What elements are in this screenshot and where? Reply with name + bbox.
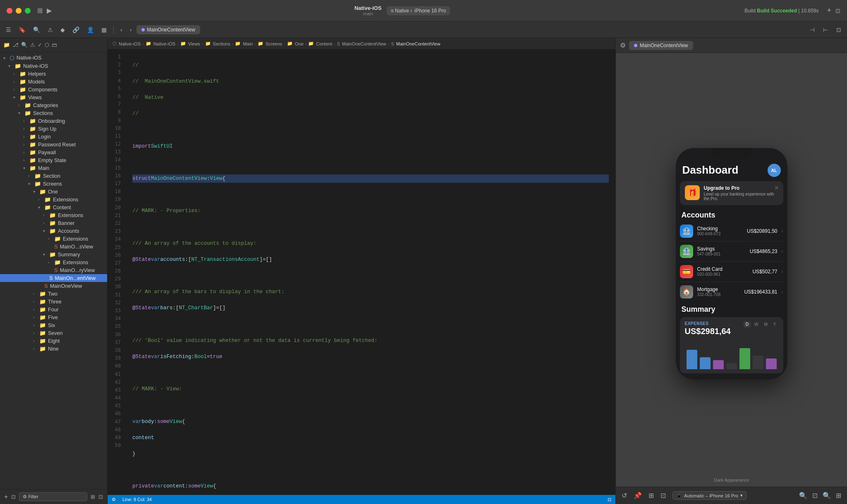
back-icon[interactable]: ‹ [118, 25, 125, 35]
sidebar-item-onboarding[interactable]: › 📁 Onboarding [0, 117, 107, 125]
duplicate-button[interactable]: ⊡ [659, 490, 668, 501]
sidebar-item-one[interactable]: ▾ 📁 One [0, 188, 107, 196]
play-button[interactable]: ▶ [47, 7, 52, 14]
sidebar-item-main-one-view[interactable]: S MainOneView [0, 282, 107, 290]
sidebar-item-extensions1[interactable]: › 📁 Extensions [0, 196, 107, 203]
device-selector[interactable]: ≡ Native › iPhone 16 Pro [387, 6, 450, 15]
actual-size-button[interactable]: ⊞ [834, 490, 843, 501]
sidebar-item-seven[interactable]: › 📁 Seven [0, 329, 107, 337]
grid-preview-button[interactable]: ⊞ [647, 490, 656, 501]
breadcrumb-item[interactable]: 📁Sections [205, 41, 230, 46]
sidebar-item-five[interactable]: › 📁 Five [0, 313, 107, 321]
sidebar-item-native-ios-root[interactable]: ▾ ⬡ Native-iOS [0, 54, 107, 62]
sidebar-item-main-content-view[interactable]: S MainOn...entView [0, 274, 107, 282]
sidebar-item-eight[interactable]: › 📁 Eight [0, 337, 107, 345]
folder-icon-btn[interactable]: 📁 [3, 42, 10, 48]
add-file-button[interactable]: + [4, 493, 8, 501]
account-row-mortgage[interactable]: 🏠 Mortgage 332-001-708 US$196433,81 › [680, 282, 783, 302]
sidebar-item-sections[interactable]: ▾ 📁 Sections [0, 109, 107, 117]
add-icon[interactable]: + [827, 6, 831, 15]
breadcrumb-item[interactable]: 📁Content [308, 41, 332, 46]
breadcrumb-item[interactable]: 📁Native-iOS [146, 41, 175, 46]
link-icon[interactable]: 🔗 [70, 25, 82, 35]
sidebar-item-login[interactable]: › 📁 Login [0, 133, 107, 141]
sidebar-item-content[interactable]: ▾ 📁 Content [0, 203, 107, 211]
sidebar-toggle-icon[interactable]: ⊞ [37, 7, 43, 14]
account-row-credit[interactable]: 💳 Credit Card 020-000-961 US$502,77 › [680, 262, 783, 282]
maximize-button[interactable] [25, 8, 31, 14]
grid-icon[interactable]: ▦ [99, 25, 109, 35]
sidebar-item-empty-state[interactable]: › 📁 Empty State [0, 156, 107, 164]
forward-icon[interactable]: › [127, 25, 134, 35]
close-button[interactable] [7, 8, 12, 14]
sidebar-item-main-accounts-view[interactable]: S MainO...sView [0, 243, 107, 251]
sidebar-item-signup[interactable]: › 📁 Sign Up [0, 125, 107, 133]
debug-icon[interactable]: ⬡ [45, 42, 49, 48]
sidebar-item-three[interactable]: › 📁 Three [0, 298, 107, 306]
layout-icon[interactable]: ⊡ [835, 7, 840, 14]
sort-icon[interactable]: ⊡ [11, 494, 16, 500]
sidebar-item-nine[interactable]: › 📁 Nine [0, 345, 107, 353]
filter-year-button[interactable]: Y [771, 321, 778, 327]
filter-input[interactable]: ⚙ Filter [19, 492, 87, 501]
settings-icon[interactable]: ⚙ [620, 41, 626, 49]
sidebar-item-four[interactable]: › 📁 Four [0, 306, 107, 313]
warning-icon[interactable]: ⚠ [45, 25, 55, 35]
split-right-icon[interactable]: ⊢ [821, 25, 830, 35]
zoom-fit-button[interactable]: ⊡ [811, 490, 819, 501]
issues-icon[interactable]: ⚠ [30, 42, 35, 48]
breadcrumb-item[interactable]: 📁Main [235, 41, 253, 46]
filter-day-button[interactable]: D [744, 321, 751, 327]
filter-options-icon[interactable]: ⊞ [91, 494, 95, 500]
source-control-icon[interactable]: ⎇ [12, 42, 19, 48]
account-row-checking[interactable]: 🏦 Checking 900-648-073 US$20891,50 › [680, 221, 783, 241]
sidebar-item-sum-extensions[interactable]: › 📁 Extensions [0, 258, 107, 266]
sidebar-item-password-reset[interactable]: › 📁 Password Reset [0, 141, 107, 148]
layout-toggle-icon[interactable]: ⊡ [834, 25, 844, 35]
sidebar-item-views[interactable]: ▾ 📁 Views [0, 93, 107, 101]
promo-card[interactable]: 🎁 Upgrade to Pro Level up your banking e… [680, 181, 783, 205]
filter-week-button[interactable]: W [752, 321, 760, 327]
active-tab[interactable]: MainOneContentView [136, 25, 200, 34]
sidebar-item-main-summary-view[interactable]: S MainO...ryView [0, 266, 107, 274]
test-icon[interactable]: ✓ [38, 42, 42, 48]
sidebar-item-six[interactable]: › 📁 Six [0, 321, 107, 329]
diamond-icon[interactable]: ◆ [58, 25, 67, 35]
sidebar-item-section[interactable]: › 📁 Section [0, 172, 107, 180]
sidebar-item-native-ios[interactable]: ▾ 📁 Native-iOS [0, 62, 107, 70]
sidebar-item-categories[interactable]: › 📁 Categories [0, 101, 107, 109]
sidebar-item-components[interactable]: › 📁 Components [0, 86, 107, 93]
sidebar-item-paywall[interactable]: › 📁 Paywall [0, 148, 107, 156]
search-toolbar-icon[interactable]: 🔍 [31, 25, 43, 35]
sidebar-item-helpers[interactable]: › 📁 Helpers [0, 70, 107, 78]
breadcrumb-item[interactable]: 📁One [287, 41, 304, 46]
sidebar-item-summary[interactable]: ▾ 📁 Summary [0, 251, 107, 258]
sidebar-item-acc-extensions[interactable]: › 📁 Extensions [0, 235, 107, 243]
sidebar-item-banner[interactable]: › 📁 Banner [0, 219, 107, 227]
person-icon[interactable]: 👤 [84, 25, 96, 35]
breadcrumb-item[interactable]: 📁Screens [258, 41, 282, 46]
sidebar-item-screens[interactable]: ▾ 📁 Screens [0, 180, 107, 188]
breadcrumb-item[interactable]: SMainOneContentView [337, 41, 386, 46]
search-sidebar-icon[interactable]: 🔍 [21, 42, 28, 48]
minimize-button[interactable] [16, 8, 22, 14]
code-content[interactable]: 12345 678910 1112131415 1617181920 21222… [108, 50, 615, 495]
split-left-icon[interactable]: ⊣ [807, 25, 817, 35]
pin-button[interactable]: 📌 [632, 490, 644, 501]
breadcrumb-item[interactable]: 📁Views [180, 41, 200, 46]
sidebar-item-main[interactable]: ▾ 📁 Main [0, 164, 107, 172]
refresh-button[interactable]: ↺ [620, 490, 629, 501]
account-row-savings[interactable]: 🏦 Savings 547-089-001 US$4865,23 › [680, 241, 783, 262]
sidebar-item-two[interactable]: › 📁 Two [0, 290, 107, 298]
navigator-icon[interactable]: ☰ [3, 25, 14, 35]
add-group-icon[interactable]: ⊡ [98, 494, 103, 500]
git-icon[interactable]: 🗃 [52, 42, 57, 48]
sidebar-item-models[interactable]: › 📁 Models [0, 78, 107, 86]
device-dropdown[interactable]: 📱 Automatic – iPhone 16 Pro ▾ [672, 491, 747, 500]
breadcrumb-item-active[interactable]: SMainOneContentView [391, 41, 440, 46]
promo-close-button[interactable]: ✕ [774, 184, 779, 191]
bookmark-icon[interactable]: 🔖 [16, 25, 28, 35]
sidebar-item-accounts[interactable]: ▾ 📁 Accounts [0, 227, 107, 235]
preview-tab[interactable]: MainOneContentView [629, 41, 693, 50]
breadcrumb-item[interactable]: ⬡Native-iOS [112, 41, 141, 46]
